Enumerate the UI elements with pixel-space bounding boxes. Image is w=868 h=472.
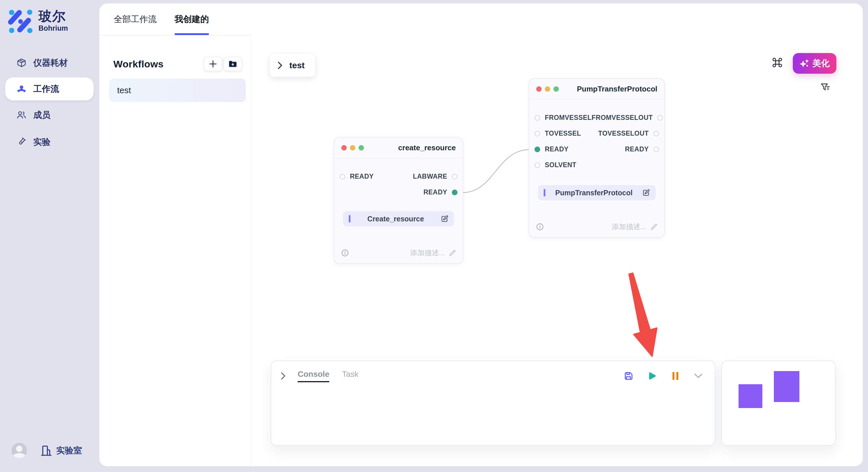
port-label: SOLVENT [545, 161, 577, 169]
port-label: TOVESSELOUT [598, 130, 649, 137]
node-action-label: PumpTransferProtocol [546, 189, 642, 197]
package-icon [17, 58, 26, 68]
port-label: READY [625, 145, 649, 153]
node-action-button[interactable]: PumpTransferProtocol [538, 185, 656, 200]
account-row: 实验室 [11, 443, 82, 458]
minimap[interactable] [721, 361, 836, 446]
sidebar-item-members[interactable]: 成员 [0, 103, 99, 127]
app-root: 玻尔 Bohrium 仪器耗材 工作流 [0, 0, 868, 472]
beautify-button[interactable]: 美化 [793, 53, 836, 74]
folder-download-icon [228, 60, 237, 68]
port-label: READY [423, 189, 447, 196]
breadcrumb-label: test [289, 61, 305, 70]
run-button[interactable] [648, 372, 657, 380]
node-create-resource[interactable]: create_resource READY LABWARE READY Crea… [334, 137, 463, 264]
workflow-list-panel: Workflows test [99, 35, 251, 466]
command-palette-icon[interactable] [772, 57, 782, 68]
node-action-label: Create_resource [350, 215, 441, 223]
filter-icon[interactable] [821, 82, 831, 92]
tab-console[interactable]: Console [298, 370, 329, 382]
sidebar-nav: 仪器耗材 工作流 成员 [0, 50, 99, 154]
workflow-list-item-test[interactable]: test [109, 78, 246, 102]
import-folder-button[interactable] [224, 57, 242, 71]
pencil-icon[interactable] [650, 224, 657, 230]
info-icon[interactable] [341, 249, 349, 257]
sidebar-item-label: 实验 [33, 136, 51, 148]
building-icon [41, 444, 52, 457]
input-port[interactable] [534, 162, 540, 168]
output-port[interactable] [452, 174, 458, 179]
tab-all-workflows[interactable]: 全部工作流 [114, 3, 157, 35]
port-label: TOVESSEL [545, 130, 581, 137]
input-port[interactable] [534, 115, 540, 121]
sidebar-item-instruments[interactable]: 仪器耗材 [0, 50, 99, 75]
node-traffic-lights [536, 86, 559, 92]
lab-label: 实验室 [56, 445, 82, 457]
sidebar-item-label: 仪器耗材 [33, 57, 68, 69]
output-port[interactable] [653, 146, 659, 152]
tab-task[interactable]: Task [342, 370, 359, 382]
edit-icon[interactable] [441, 215, 448, 223]
port-label: READY [545, 145, 569, 153]
red-dot-icon [341, 145, 347, 150]
yellow-dot-icon [545, 86, 550, 92]
port-label: FROMVESSELOUT [592, 114, 653, 122]
node-title: create_resource [398, 143, 456, 152]
console-expand-icon[interactable] [281, 372, 286, 380]
sidebar: 玻尔 Bohrium 仪器耗材 工作流 [0, 0, 99, 472]
panel-title: Workflows [113, 59, 164, 70]
workflow-canvas[interactable]: test create_resource READY LABWARE [251, 3, 863, 466]
brand-name-zh: 玻尔 [38, 9, 68, 24]
input-port-connected[interactable] [534, 146, 540, 152]
node-pump-transfer-protocol[interactable]: PumpTransferProtocol FROMVESSEL FROMVESS… [529, 78, 665, 238]
collapse-panel-icon[interactable] [694, 373, 703, 378]
sidebar-item-label: 工作流 [33, 83, 59, 95]
input-port[interactable] [340, 174, 345, 179]
sidebar-item-experiments[interactable]: 实验 [0, 130, 99, 154]
output-port[interactable] [653, 131, 659, 136]
yellow-dot-icon [350, 145, 355, 150]
save-button[interactable] [624, 371, 633, 380]
output-port[interactable] [657, 115, 663, 121]
red-dot-icon [536, 86, 541, 92]
node-description-placeholder[interactable]: 添加描述... [410, 248, 445, 258]
port-label: READY [350, 173, 374, 180]
bohrium-logo-icon [8, 9, 33, 34]
node-traffic-lights [341, 145, 364, 150]
brand-logo[interactable]: 玻尔 Bohrium [8, 9, 68, 34]
port-label: LABWARE [413, 173, 447, 180]
output-port-connected[interactable] [452, 190, 458, 195]
port-label: FROMVESSEL [545, 114, 592, 122]
console-panel: Console Task [271, 361, 715, 446]
sparkles-icon [799, 59, 809, 68]
workflow-item-name: test [117, 86, 131, 95]
breadcrumb[interactable]: test [270, 54, 315, 77]
sidebar-item-label: 成员 [33, 109, 51, 121]
lab-switcher[interactable]: 实验室 [41, 444, 82, 457]
tab-created-by-me[interactable]: 我创建的 [175, 3, 209, 35]
node-action-button[interactable]: Create_resource [343, 211, 454, 227]
pencil-icon[interactable] [449, 249, 456, 256]
workflow-group-icon [17, 84, 26, 94]
green-dot-icon [553, 86, 559, 92]
edit-icon[interactable] [642, 189, 650, 196]
green-dot-icon [359, 145, 364, 150]
chevron-right-icon [278, 62, 282, 69]
beautify-label: 美化 [813, 58, 830, 69]
minimap-node [739, 384, 763, 408]
minimap-node [774, 371, 799, 402]
avatar[interactable] [11, 443, 27, 458]
add-workflow-button[interactable] [204, 57, 222, 71]
input-port[interactable] [534, 131, 540, 136]
node-description-placeholder[interactable]: 添加描述... [612, 222, 646, 231]
test-tube-icon [17, 137, 26, 147]
info-icon[interactable] [536, 223, 544, 231]
main-content: 全部工作流 我创建的 Workflows [99, 3, 863, 466]
sidebar-item-workflow[interactable]: 工作流 [5, 77, 94, 100]
plus-icon [209, 60, 217, 68]
users-icon [17, 110, 26, 120]
pause-button[interactable] [672, 371, 679, 380]
node-title: PumpTransferProtocol [577, 85, 657, 94]
brand-name-en: Bohrium [38, 24, 68, 32]
